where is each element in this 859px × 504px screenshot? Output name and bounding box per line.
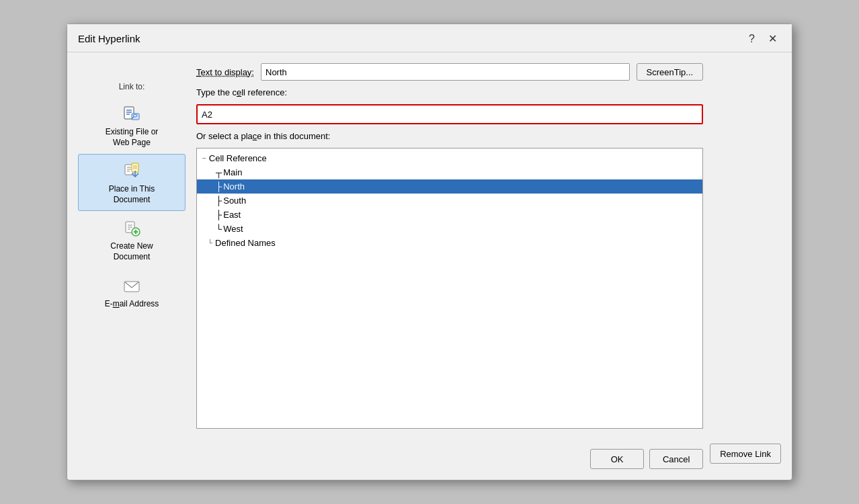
sidebar-item-existing-file[interactable]: Existing File orWeb Page <box>78 97 186 154</box>
cell-ref-section-label: Type the cell reference: <box>196 87 703 97</box>
email-label: E-mail Address <box>105 299 159 310</box>
dialog-title: Edit Hyperlink <box>78 33 140 44</box>
tree-item-south-label: South <box>223 196 246 206</box>
place-in-doc-label: Place in ThisDocument <box>109 184 155 205</box>
create-new-label: Create NewDocument <box>110 241 153 262</box>
sidebar-item-email[interactable]: E-mail Address <box>78 269 186 316</box>
screentip-button[interactable]: ScreenTip... <box>637 63 704 81</box>
text-display-row: Text to display: ScreenTip... <box>196 63 703 81</box>
sidebar: Link to: Existing File orW <box>78 63 186 469</box>
edit-hyperlink-dialog: Edit Hyperlink ? ✕ Link to: <box>67 24 792 480</box>
tree-node-defined-names[interactable]: └ Defined Names <box>197 236 702 250</box>
tree-toggle-defined-names[interactable]: └ <box>208 239 212 247</box>
tree-node-cell-reference[interactable]: − Cell Reference <box>197 151 702 165</box>
text-display-input[interactable] <box>261 63 630 81</box>
existing-file-icon <box>121 103 142 124</box>
cell-ref-row <box>196 104 703 124</box>
dialog-body: Link to: Existing File orW <box>67 52 792 480</box>
close-button[interactable]: ✕ <box>764 31 781 46</box>
tree-item-main[interactable]: ┬ Main <box>197 165 702 179</box>
tree-item-east-label: East <box>223 210 241 220</box>
or-select-row: Or select a place in this document: <box>196 131 703 141</box>
tree-item-west[interactable]: └ West <box>197 222 702 236</box>
tree-item-west-label: West <box>223 224 243 234</box>
main-and-right: Text to display: ScreenTip... Type the c… <box>186 63 781 469</box>
sidebar-item-create-new[interactable]: Create NewDocument <box>78 211 186 268</box>
link-to-section: Link to: <box>78 79 186 97</box>
title-bar-controls: ? ✕ <box>745 31 781 46</box>
existing-file-label: Existing File orWeb Page <box>106 127 159 148</box>
create-new-doc-icon <box>121 217 142 239</box>
cancel-button[interactable]: Cancel <box>649 449 703 469</box>
tree-item-north-label: North <box>223 181 245 192</box>
remove-link-button[interactable]: Remove Link <box>710 444 781 464</box>
bottom-buttons: OK Cancel <box>196 444 703 469</box>
tree-container[interactable]: − Cell Reference ┬ Main ├ North <box>196 148 703 429</box>
right-side: Remove Link <box>703 63 781 469</box>
defined-names-node-label: Defined Names <box>215 238 276 248</box>
email-icon <box>121 275 142 296</box>
ok-button[interactable]: OK <box>590 449 644 469</box>
main-content: Text to display: ScreenTip... Type the c… <box>186 63 703 469</box>
link-to-label: Link to: <box>119 82 145 91</box>
place-in-doc-icon <box>121 160 142 181</box>
title-bar: Edit Hyperlink ? ✕ <box>67 24 792 52</box>
tree-item-east[interactable]: ├ East <box>197 208 702 222</box>
tree-item-south[interactable]: ├ South <box>197 194 702 208</box>
tree-toggle-cell-ref[interactable]: − <box>202 155 206 162</box>
tree-item-north[interactable]: ├ North <box>197 179 702 194</box>
cell-ref-input[interactable] <box>196 104 703 124</box>
help-button[interactable]: ? <box>745 32 759 46</box>
tree-item-main-label: Main <box>223 167 242 177</box>
sidebar-item-place-in-doc[interactable]: Place in ThisDocument <box>78 154 186 211</box>
text-display-label: Text to display: <box>196 67 254 77</box>
cell-reference-node-label: Cell Reference <box>209 153 267 163</box>
